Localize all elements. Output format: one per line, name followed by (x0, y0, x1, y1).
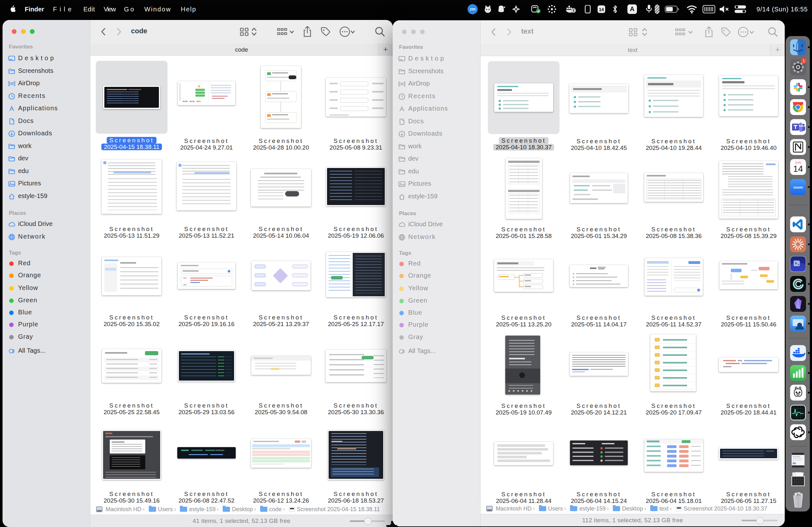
svg-text:zoom: zoom (793, 185, 803, 189)
svg-text:14: 14 (599, 7, 604, 12)
svg-text:14: 14 (793, 164, 803, 174)
